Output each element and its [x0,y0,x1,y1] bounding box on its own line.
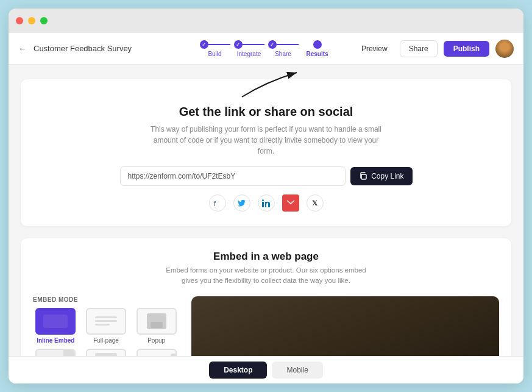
preview-button[interactable]: Preview [355,41,394,57]
popup-embed-label: Popup [147,337,165,344]
inline-embed-label: Inline Embed [37,337,74,344]
publish-button[interactable]: Publish [444,41,489,57]
minimize-dot[interactable] [28,17,35,24]
back-arrow-icon: ← [18,44,26,53]
step-share[interactable]: ✓ Share [266,40,300,57]
popup-btn [151,322,163,328]
step-build[interactable]: ✓ Build [198,40,232,57]
embed-left-panel: EMBED MODE Inline Embed [33,296,179,357]
step-integrate[interactable]: ✓ Integrate [232,40,266,57]
facebook-share-button[interactable]: f [209,194,226,212]
back-button[interactable]: ← Customer Feedback Survey [18,44,132,53]
popup-inner [147,313,166,329]
step-results-check [313,40,322,49]
embed-mode-inline[interactable]: Inline Embed [33,308,79,344]
embed-mode-sidepanel[interactable]: Side Panel [33,349,79,357]
copy-icon [359,172,367,180]
inline-rect [43,315,68,328]
arrow-annotation [230,69,303,100]
step-integrate-label: Integrate [237,51,261,57]
main-window: ← Customer Feedback Survey ✓ Build ✓ Int… [9,9,523,383]
main-content: Get the link or share on social This way… [9,65,523,356]
embed-mode-popover[interactable]: Popover [83,349,129,357]
sidepanel-panel [63,350,74,357]
step-share-check: ✓ [268,40,277,49]
embed-mode-fullpage[interactable]: Full-page [83,308,129,344]
twitter-icon [238,200,246,207]
steps-container: ✓ Build ✓ Integrate ✓ Share [198,40,335,57]
preview-background: Hi.Hello.Hola.Hey. Got a moment to share… [191,296,499,357]
embed-mode-popup[interactable]: Popup [133,308,179,344]
embed-preview-panel: Hi.Hello.Hola.Hey. Got a moment to share… [191,296,499,357]
linkedin-share-button[interactable] [258,194,275,212]
share-description: This way of publishing your form is perf… [151,124,382,157]
social-icons: f [40,194,492,212]
maximize-dot[interactable] [40,17,48,24]
nav-right: Preview Share Publish [355,40,514,58]
nav-title: Customer Feedback Survey [34,44,132,53]
close-dot[interactable] [16,17,23,24]
popover-bubble [95,353,117,357]
svg-point-4 [262,199,264,201]
step-share-label: Share [275,51,291,57]
fp-line-2 [95,320,117,322]
sidepanel-embed-box [35,349,76,357]
embed-description: Embed forms on your website or product. … [163,265,370,287]
email-icon [286,200,295,206]
mobile-view-button[interactable]: Mobile [272,362,322,379]
sidetab-wrapper [138,350,176,357]
link-input[interactable] [120,166,346,186]
email-share-button[interactable] [282,194,299,212]
bottom-bar: Desktop Mobile [9,356,523,383]
avatar [495,40,514,58]
preview-headline: Hi.Hello.Hola.Hey. [288,354,402,356]
share-section: Get the link or share on social This way… [21,79,511,226]
top-nav: ← Customer Feedback Survey ✓ Build ✓ Int… [9,33,523,65]
step-connector-1 [208,44,230,45]
fullpage-lines [93,314,119,328]
x-share-button[interactable]: 𝕏 [307,194,324,212]
step-results[interactable]: Results [300,40,335,57]
embed-modes-grid: Inline Embed Full-page [33,308,179,357]
step-integrate-check: ✓ [234,40,243,49]
inline-embed-box [35,308,76,335]
embed-title: Embed in a web page [33,251,499,263]
fp-line-3 [95,324,110,326]
embed-title-section: Embed in a web page Embed forms on your … [33,251,499,287]
desktop-view-button[interactable]: Desktop [209,362,267,379]
popover-embed-box [86,349,126,357]
step-build-label: Build [208,51,221,57]
linkedin-icon [262,199,270,207]
step-results-label: Results [306,51,328,57]
step-connector-3 [277,44,299,45]
link-row: Copy Link [120,166,413,186]
embed-section-outer: EMBED MODE Inline Embed [33,296,499,357]
step-build-check: ✓ [200,40,208,49]
svg-rect-3 [262,202,264,207]
embed-mode-sidetab[interactable]: Side Tab [133,349,179,357]
sidetab-embed-box [137,349,177,357]
fullpage-embed-box [86,308,126,335]
popup-embed-box [137,308,177,335]
sidetab-tab [171,354,176,357]
step-connector-2 [243,44,264,45]
svg-rect-1 [361,174,366,179]
sidepanel-bg [37,350,63,357]
share-title: Get the link or share on social [40,105,492,119]
fullpage-embed-label: Full-page [93,337,119,344]
popover-box [95,353,117,357]
svg-text:f: f [214,200,216,207]
title-bar [9,9,523,33]
copy-link-button[interactable]: Copy Link [350,167,412,185]
fp-line-1 [95,316,117,318]
share-button[interactable]: Share [400,40,438,57]
twitter-share-button[interactable] [233,194,250,212]
embed-wrapper: Embed in a web page Embed forms on your … [21,238,511,356]
sidepanel-inner-wrapper [37,350,74,357]
embed-mode-label: EMBED MODE [33,296,179,303]
